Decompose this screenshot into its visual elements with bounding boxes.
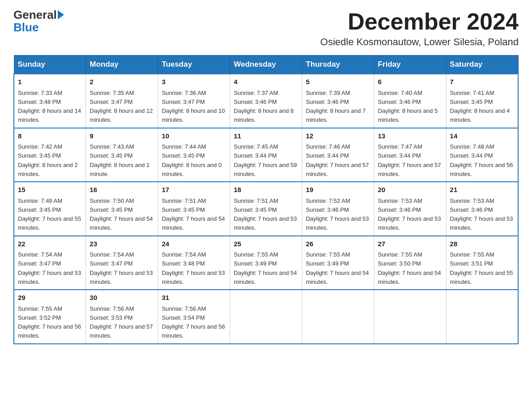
calendar-day-cell: 9 Sunrise: 7:43 AMSunset: 3:45 PMDayligh…	[86, 128, 158, 182]
day-number: 2	[90, 77, 154, 87]
calendar-day-cell: 17 Sunrise: 7:51 AMSunset: 3:45 PMDaylig…	[158, 182, 230, 236]
day-info: Sunrise: 7:33 AMSunset: 3:48 PMDaylight:…	[18, 90, 81, 124]
calendar-week-row: 29 Sunrise: 7:55 AMSunset: 3:52 PMDaylig…	[14, 290, 518, 344]
calendar-day-cell: 7 Sunrise: 7:41 AMSunset: 3:45 PMDayligh…	[446, 74, 518, 128]
calendar-day-cell: 10 Sunrise: 7:44 AMSunset: 3:45 PMDaylig…	[158, 128, 230, 182]
title-block: December 2024 Osiedle Kosmonautow, Lower…	[320, 9, 519, 48]
calendar-day-cell: 31 Sunrise: 7:56 AMSunset: 3:54 PMDaylig…	[158, 290, 230, 344]
day-of-week-header: Tuesday	[158, 56, 230, 74]
day-number: 27	[378, 239, 442, 249]
calendar-week-row: 1 Sunrise: 7:33 AMSunset: 3:48 PMDayligh…	[14, 74, 518, 128]
day-of-week-header: Wednesday	[230, 56, 302, 74]
day-number: 4	[234, 77, 298, 87]
day-info: Sunrise: 7:53 AMSunset: 3:46 PMDaylight:…	[450, 197, 513, 231]
day-number: 7	[450, 77, 514, 87]
day-info: Sunrise: 7:55 AMSunset: 3:49 PMDaylight:…	[306, 251, 369, 285]
day-info: Sunrise: 7:54 AMSunset: 3:47 PMDaylight:…	[18, 251, 81, 285]
day-number: 16	[90, 185, 154, 195]
month-title: December 2024	[320, 9, 519, 34]
day-number: 22	[18, 239, 82, 249]
calendar-day-cell: 14 Sunrise: 7:48 AMSunset: 3:44 PMDaylig…	[446, 128, 518, 182]
day-number: 5	[306, 77, 370, 87]
day-info: Sunrise: 7:56 AMSunset: 3:54 PMDaylight:…	[162, 305, 225, 339]
calendar-week-row: 22 Sunrise: 7:54 AMSunset: 3:47 PMDaylig…	[14, 236, 518, 290]
day-info: Sunrise: 7:49 AMSunset: 3:45 PMDaylight:…	[18, 197, 81, 231]
day-info: Sunrise: 7:48 AMSunset: 3:44 PMDaylight:…	[450, 143, 513, 177]
day-of-week-header: Friday	[374, 56, 446, 74]
day-number: 17	[162, 185, 226, 195]
calendar-day-cell: 20 Sunrise: 7:53 AMSunset: 3:46 PMDaylig…	[374, 182, 446, 236]
day-number: 15	[18, 185, 82, 195]
calendar-day-cell: 24 Sunrise: 7:54 AMSunset: 3:48 PMDaylig…	[158, 236, 230, 290]
day-of-week-header: Thursday	[302, 56, 374, 74]
logo-general-text: General	[13, 9, 57, 21]
page-header: General Blue December 2024 Osiedle Kosmo…	[13, 9, 519, 48]
day-info: Sunrise: 7:39 AMSunset: 3:46 PMDaylight:…	[306, 90, 366, 124]
day-info: Sunrise: 7:54 AMSunset: 3:48 PMDaylight:…	[162, 251, 225, 285]
calendar-day-cell: 25 Sunrise: 7:55 AMSunset: 3:49 PMDaylig…	[230, 236, 302, 290]
logo-blue-text: Blue	[13, 21, 39, 34]
day-number: 24	[162, 239, 226, 249]
day-number: 29	[18, 293, 82, 303]
logo: General Blue	[13, 9, 64, 34]
day-number: 18	[234, 185, 298, 195]
day-number: 23	[90, 239, 154, 249]
day-number: 25	[234, 239, 298, 249]
calendar-day-cell	[302, 290, 374, 344]
location-title: Osiedle Kosmonautow, Lower Silesia, Pola…	[320, 36, 519, 48]
calendar-day-cell	[446, 290, 518, 344]
calendar-day-cell: 22 Sunrise: 7:54 AMSunset: 3:47 PMDaylig…	[14, 236, 86, 290]
calendar-day-cell: 26 Sunrise: 7:55 AMSunset: 3:49 PMDaylig…	[302, 236, 374, 290]
day-info: Sunrise: 7:51 AMSunset: 3:45 PMDaylight:…	[162, 197, 225, 231]
calendar-day-cell: 19 Sunrise: 7:52 AMSunset: 3:46 PMDaylig…	[302, 182, 374, 236]
day-number: 12	[306, 131, 370, 141]
calendar-day-cell: 4 Sunrise: 7:37 AMSunset: 3:46 PMDayligh…	[230, 74, 302, 128]
day-info: Sunrise: 7:47 AMSunset: 3:44 PMDaylight:…	[378, 143, 441, 177]
calendar-day-cell: 18 Sunrise: 7:51 AMSunset: 3:45 PMDaylig…	[230, 182, 302, 236]
calendar-day-cell: 8 Sunrise: 7:42 AMSunset: 3:45 PMDayligh…	[14, 128, 86, 182]
day-info: Sunrise: 7:53 AMSunset: 3:46 PMDaylight:…	[378, 197, 441, 231]
calendar-day-cell: 2 Sunrise: 7:35 AMSunset: 3:47 PMDayligh…	[86, 74, 158, 128]
day-info: Sunrise: 7:52 AMSunset: 3:46 PMDaylight:…	[306, 197, 369, 231]
day-info: Sunrise: 7:44 AMSunset: 3:45 PMDaylight:…	[162, 143, 222, 177]
day-of-week-header: Sunday	[14, 56, 86, 74]
calendar-day-cell: 5 Sunrise: 7:39 AMSunset: 3:46 PMDayligh…	[302, 74, 374, 128]
day-number: 30	[90, 293, 154, 303]
day-info: Sunrise: 7:55 AMSunset: 3:49 PMDaylight:…	[234, 251, 297, 285]
day-info: Sunrise: 7:55 AMSunset: 3:50 PMDaylight:…	[378, 251, 441, 285]
day-of-week-header: Saturday	[446, 56, 518, 74]
day-info: Sunrise: 7:50 AMSunset: 3:45 PMDaylight:…	[90, 197, 153, 231]
calendar-day-cell: 21 Sunrise: 7:53 AMSunset: 3:46 PMDaylig…	[446, 182, 518, 236]
day-number: 3	[162, 77, 226, 87]
day-number: 28	[450, 239, 514, 249]
day-number: 19	[306, 185, 370, 195]
day-number: 20	[378, 185, 442, 195]
calendar-week-row: 8 Sunrise: 7:42 AMSunset: 3:45 PMDayligh…	[14, 128, 518, 182]
day-info: Sunrise: 7:56 AMSunset: 3:53 PMDaylight:…	[90, 305, 153, 339]
day-info: Sunrise: 7:43 AMSunset: 3:45 PMDaylight:…	[90, 143, 150, 177]
calendar-header-row: SundayMondayTuesdayWednesdayThursdayFrid…	[14, 56, 518, 74]
calendar-day-cell: 30 Sunrise: 7:56 AMSunset: 3:53 PMDaylig…	[86, 290, 158, 344]
calendar-day-cell: 11 Sunrise: 7:45 AMSunset: 3:44 PMDaylig…	[230, 128, 302, 182]
calendar-day-cell: 13 Sunrise: 7:47 AMSunset: 3:44 PMDaylig…	[374, 128, 446, 182]
calendar-week-row: 15 Sunrise: 7:49 AMSunset: 3:45 PMDaylig…	[14, 182, 518, 236]
day-info: Sunrise: 7:41 AMSunset: 3:45 PMDaylight:…	[450, 90, 510, 124]
calendar-day-cell: 12 Sunrise: 7:46 AMSunset: 3:44 PMDaylig…	[302, 128, 374, 182]
day-info: Sunrise: 7:51 AMSunset: 3:45 PMDaylight:…	[234, 197, 297, 231]
day-info: Sunrise: 7:37 AMSunset: 3:46 PMDaylight:…	[234, 90, 294, 124]
calendar-day-cell: 3 Sunrise: 7:36 AMSunset: 3:47 PMDayligh…	[158, 74, 230, 128]
calendar-day-cell: 23 Sunrise: 7:54 AMSunset: 3:47 PMDaylig…	[86, 236, 158, 290]
day-info: Sunrise: 7:35 AMSunset: 3:47 PMDaylight:…	[90, 90, 153, 124]
calendar-day-cell: 16 Sunrise: 7:50 AMSunset: 3:45 PMDaylig…	[86, 182, 158, 236]
day-info: Sunrise: 7:40 AMSunset: 3:46 PMDaylight:…	[378, 90, 438, 124]
calendar-day-cell	[374, 290, 446, 344]
day-number: 21	[450, 185, 514, 195]
calendar-day-cell: 6 Sunrise: 7:40 AMSunset: 3:46 PMDayligh…	[374, 74, 446, 128]
day-number: 14	[450, 131, 514, 141]
calendar-day-cell	[230, 290, 302, 344]
calendar-day-cell: 1 Sunrise: 7:33 AMSunset: 3:48 PMDayligh…	[14, 74, 86, 128]
day-number: 10	[162, 131, 226, 141]
calendar-day-cell: 27 Sunrise: 7:55 AMSunset: 3:50 PMDaylig…	[374, 236, 446, 290]
logo-arrow-icon	[58, 10, 64, 19]
calendar-day-cell: 29 Sunrise: 7:55 AMSunset: 3:52 PMDaylig…	[14, 290, 86, 344]
